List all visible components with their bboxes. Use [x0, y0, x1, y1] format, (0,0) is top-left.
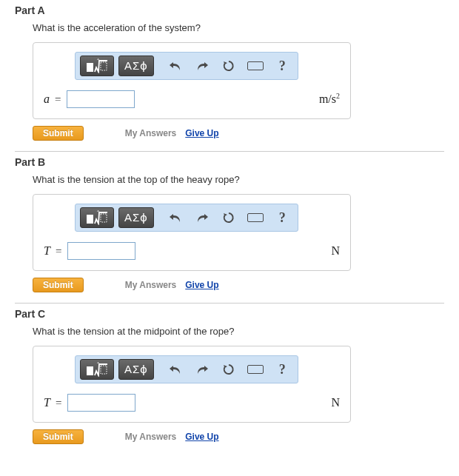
equation-toolbar: x ΑΣϕ ? — [75, 204, 298, 232]
equals-label: = — [56, 397, 61, 409]
question-text: What is the tension at the top of the he… — [33, 174, 444, 185]
svg-text:x: x — [97, 362, 99, 364]
svg-rect-3 — [87, 215, 93, 224]
keyboard-button[interactable] — [244, 207, 267, 228]
svg-rect-1 — [101, 62, 107, 70]
greek-button[interactable]: ΑΣϕ — [118, 207, 154, 228]
templates-button[interactable]: x — [80, 56, 114, 76]
answer-box: x ΑΣϕ ? T = N — [33, 194, 351, 271]
part-title: Part A — [15, 4, 444, 16]
greek-button[interactable]: ΑΣϕ — [118, 359, 154, 380]
give-up-link[interactable]: Give Up — [185, 432, 218, 442]
submit-button[interactable]: Submit — [33, 429, 84, 444]
part-title: Part B — [15, 156, 444, 168]
part-section: Part C What is the tension at the midpoi… — [15, 304, 444, 455]
reset-button[interactable] — [218, 359, 240, 380]
svg-text:x: x — [97, 58, 99, 61]
input-row: T = N — [42, 394, 341, 412]
help-button[interactable]: ? — [271, 207, 293, 228]
undo-button[interactable] — [164, 359, 187, 380]
question-text: What is the tension at the midpoint of t… — [33, 326, 444, 337]
redo-button[interactable] — [191, 359, 213, 380]
answer-input[interactable] — [67, 242, 135, 260]
redo-button[interactable] — [191, 56, 213, 76]
part-section: Part B What is the tension at the top of… — [15, 152, 444, 304]
equation-toolbar: x ΑΣϕ ? — [75, 355, 298, 383]
undo-button[interactable] — [164, 56, 187, 76]
reset-button[interactable] — [218, 207, 240, 228]
give-up-link[interactable]: Give Up — [185, 128, 218, 138]
give-up-link[interactable]: Give Up — [185, 280, 218, 290]
keyboard-icon — [247, 365, 264, 374]
submit-button[interactable]: Submit — [33, 126, 84, 141]
equals-label: = — [56, 245, 61, 258]
svg-rect-0 — [87, 63, 93, 72]
actions-row: Submit My Answers Give Up — [33, 429, 444, 444]
templates-button[interactable]: x — [80, 207, 114, 228]
input-row: T = N — [42, 242, 341, 260]
actions-row: Submit My Answers Give Up — [33, 126, 444, 141]
svg-text:x: x — [97, 210, 99, 212]
my-answers-link[interactable]: My Answers — [125, 432, 177, 442]
keyboard-icon — [247, 213, 264, 222]
answer-box: x ΑΣϕ ? T = N — [33, 346, 351, 423]
variable-label: T — [44, 396, 50, 409]
variable-label: a — [44, 93, 50, 106]
answer-box: x ΑΣϕ ? a = m/s2 — [33, 42, 351, 119]
keyboard-icon — [247, 61, 264, 70]
unit-label: N — [331, 244, 340, 258]
svg-rect-7 — [101, 366, 107, 374]
answer-input[interactable] — [67, 90, 135, 108]
equals-label: = — [55, 93, 61, 106]
reset-button[interactable] — [218, 56, 240, 76]
question-text: What is the acceleration of the system? — [33, 22, 444, 33]
svg-rect-4 — [101, 214, 107, 222]
keyboard-button[interactable] — [244, 359, 267, 380]
unit-label: N — [331, 396, 340, 409]
help-button[interactable]: ? — [271, 359, 293, 380]
my-answers-link[interactable]: My Answers — [125, 128, 177, 138]
actions-row: Submit My Answers Give Up — [33, 278, 444, 292]
part-section: Part A What is the acceleration of the s… — [15, 0, 444, 152]
my-answers-link[interactable]: My Answers — [125, 280, 177, 290]
keyboard-button[interactable] — [244, 56, 267, 76]
templates-button[interactable]: x — [80, 359, 114, 380]
help-button[interactable]: ? — [271, 56, 293, 76]
svg-rect-6 — [87, 366, 93, 375]
unit-label: m/s2 — [319, 92, 340, 106]
redo-button[interactable] — [191, 207, 213, 228]
greek-button[interactable]: ΑΣϕ — [118, 56, 154, 76]
undo-button[interactable] — [164, 207, 187, 228]
equation-toolbar: x ΑΣϕ ? — [75, 52, 298, 80]
answer-input[interactable] — [67, 394, 135, 412]
part-title: Part C — [15, 308, 444, 320]
variable-label: T — [44, 244, 50, 258]
submit-button[interactable]: Submit — [33, 278, 84, 292]
input-row: a = m/s2 — [42, 90, 341, 108]
